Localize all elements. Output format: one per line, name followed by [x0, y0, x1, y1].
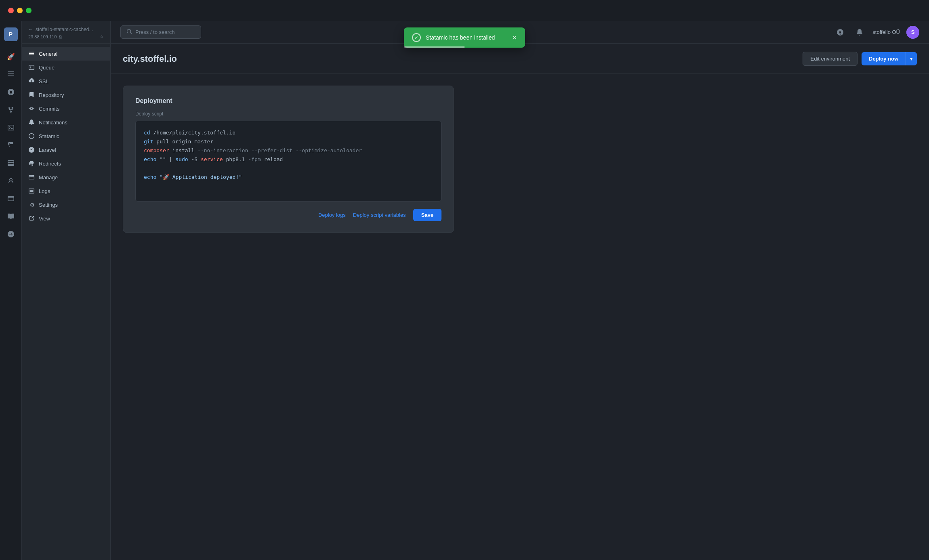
- sidebar-item-commits[interactable]: Commits: [22, 102, 110, 115]
- sidebar-item-manage[interactable]: Manage: [22, 170, 110, 184]
- sidebar-item-ssl[interactable]: SSL: [22, 74, 110, 88]
- toast-close-button[interactable]: ✕: [512, 34, 517, 42]
- ssl-label: SSL: [39, 78, 49, 84]
- toast-check-icon: ✓: [412, 33, 421, 42]
- rail-code-icon[interactable]: [4, 67, 18, 82]
- back-arrow-icon: ←: [28, 27, 33, 32]
- chevron-down-icon: ▾: [910, 56, 913, 62]
- rail-network-icon[interactable]: [4, 227, 18, 241]
- sidebar-item-settings[interactable]: ⚙ Settings: [22, 198, 110, 212]
- rail-storage-icon[interactable]: [4, 138, 18, 153]
- sidebar-item-notifications[interactable]: Notifications: [22, 115, 110, 129]
- toast-progress-bar: [404, 46, 464, 48]
- svg-text:S: S: [911, 29, 915, 35]
- sidebar-item-repository[interactable]: Repository: [22, 88, 110, 102]
- sidebar-item-redirects[interactable]: Redirects: [22, 157, 110, 170]
- sidebar-item-statamic[interactable]: Statamic: [22, 129, 110, 143]
- laravel-icon: [28, 147, 35, 153]
- globe-icon[interactable]: [834, 26, 847, 39]
- deploy-now-button[interactable]: Deploy now: [862, 52, 906, 65]
- edit-environment-button[interactable]: Edit environment: [803, 52, 858, 66]
- content-area: Deployment Deploy script cd /home/ploi/c…: [111, 73, 929, 560]
- statamic-icon: [28, 133, 35, 139]
- deploy-script-vars-link[interactable]: Deploy script variables: [353, 212, 406, 218]
- card-footer: Deploy logs Deploy script variables Save: [135, 209, 441, 221]
- maximize-button[interactable]: [26, 8, 32, 13]
- view-icon: [28, 215, 35, 222]
- sidebar-item-general[interactable]: General: [22, 47, 110, 61]
- sidebar-item-view[interactable]: View: [22, 212, 110, 225]
- logs-label: Logs: [39, 188, 50, 194]
- rail-terminal-icon[interactable]: [4, 120, 18, 135]
- user-avatar[interactable]: S: [906, 26, 919, 39]
- minimize-button[interactable]: [17, 8, 23, 13]
- server-ip: 23.88.109.110 ⎘ ☆: [28, 34, 104, 39]
- org-name: stoffelio OÜ: [872, 29, 900, 35]
- deploy-logs-link[interactable]: Deploy logs: [318, 212, 346, 218]
- rail-server-icon[interactable]: [4, 156, 18, 170]
- notifications-label: Notifications: [39, 120, 67, 126]
- close-button[interactable]: [8, 8, 14, 13]
- page-actions: Edit environment Deploy now ▾: [803, 52, 917, 66]
- rail-user-icon[interactable]: [4, 174, 18, 188]
- main-content: Press / to search stoffelio OÜ S: [111, 21, 929, 560]
- settings-label: Settings: [39, 202, 58, 208]
- copy-icon[interactable]: ⎘: [59, 34, 62, 39]
- code-editor[interactable]: cd /home/ploi/city.stoffel.io git pull o…: [135, 121, 441, 201]
- view-label: View: [39, 216, 50, 222]
- search-icon: [126, 29, 132, 36]
- settings-icon: ⚙: [28, 201, 35, 208]
- commits-icon: [28, 105, 35, 112]
- sidebar: ← stoffelio-statamic-cached... 23.88.109…: [22, 21, 111, 560]
- app-layout: P 🚀: [0, 21, 929, 560]
- star-icon[interactable]: ☆: [100, 34, 104, 39]
- topbar-right: stoffelio OÜ S: [834, 26, 919, 39]
- traffic-lights: [8, 8, 32, 13]
- statamic-label: Statamic: [39, 133, 59, 139]
- general-icon: [28, 50, 35, 57]
- toast: ✓ Statamic has been installed ✕: [404, 27, 525, 48]
- deploy-button-group: Deploy now ▾: [862, 52, 917, 65]
- logs-icon: [28, 188, 35, 194]
- toast-container: ✓ Statamic has been installed ✕: [404, 27, 525, 48]
- search-box[interactable]: Press / to search: [120, 25, 201, 39]
- sidebar-item-laravel[interactable]: Laravel: [22, 143, 110, 157]
- rail-billing-icon[interactable]: [4, 191, 18, 206]
- icon-rail: P 🚀: [0, 21, 22, 560]
- page-title: city.stoffel.io: [123, 54, 177, 64]
- repository-label: Repository: [39, 92, 64, 98]
- rail-user-avatar[interactable]: P: [4, 27, 18, 41]
- deployment-card: Deployment Deploy script cd /home/ploi/c…: [123, 86, 454, 233]
- redirects-icon: [28, 160, 35, 167]
- deploy-dropdown-button[interactable]: ▾: [906, 52, 917, 65]
- manage-icon: [28, 174, 35, 180]
- sidebar-nav: General Queue SSL Repository: [22, 44, 110, 229]
- queue-label: Queue: [39, 65, 55, 71]
- laravel-label: Laravel: [39, 147, 56, 153]
- titlebar: [0, 0, 929, 21]
- rail-branch-icon[interactable]: [4, 103, 18, 117]
- rail-docs-icon[interactable]: [4, 209, 18, 224]
- server-name-label: stoffelio-statamic-cached...: [36, 27, 93, 32]
- page-header: city.stoffel.io Edit environment Deploy …: [111, 44, 929, 73]
- sidebar-item-logs[interactable]: Logs: [22, 184, 110, 198]
- bell-icon[interactable]: [853, 26, 866, 39]
- rail-globe-icon[interactable]: [4, 85, 18, 99]
- queue-icon: [28, 64, 35, 71]
- manage-label: Manage: [39, 174, 58, 180]
- redirects-label: Redirects: [39, 161, 61, 167]
- repository-icon: [28, 92, 35, 98]
- general-label: General: [39, 51, 57, 57]
- back-link[interactable]: ← stoffelio-statamic-cached...: [28, 27, 104, 32]
- sidebar-header: ← stoffelio-statamic-cached... 23.88.109…: [22, 21, 110, 44]
- notifications-icon: [28, 119, 35, 126]
- ssl-icon: [28, 78, 35, 84]
- toast-message: Statamic has been installed: [426, 34, 495, 41]
- save-button[interactable]: Save: [413, 209, 441, 221]
- sidebar-item-queue[interactable]: Queue: [22, 61, 110, 74]
- search-placeholder: Press / to search: [135, 29, 175, 35]
- rail-rocket-icon[interactable]: 🚀: [4, 49, 18, 64]
- deployment-card-title: Deployment: [135, 97, 441, 105]
- commits-label: Commits: [39, 106, 59, 112]
- deploy-script-label: Deploy script: [135, 111, 441, 117]
